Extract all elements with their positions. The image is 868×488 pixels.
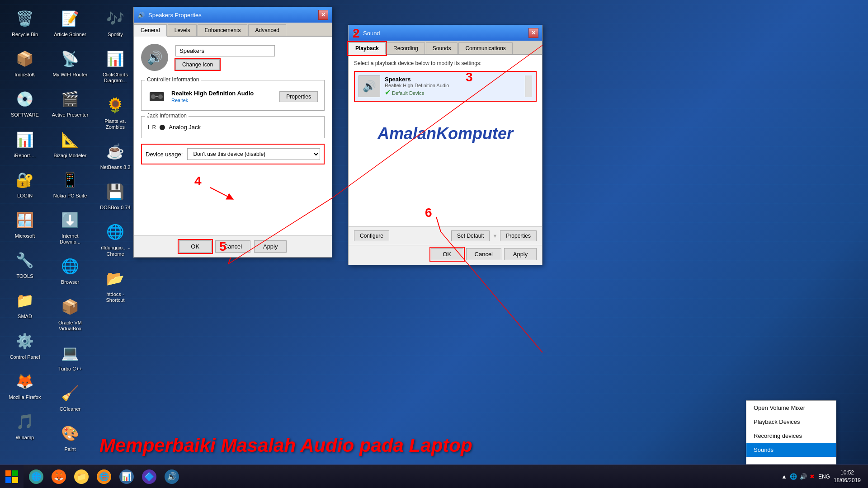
icon-firefox[interactable]: 🦊 Mozilla Firefox [5,367,45,403]
sound-cancel-button[interactable]: Cancel [466,248,501,260]
tab-sounds[interactable]: Sounds [426,42,458,54]
change-icon-button[interactable]: Change Icon [175,59,220,70]
tab-general[interactable]: General [134,24,167,37]
icon-netbeans[interactable]: ☕ NetBeans 8.2 [95,137,136,173]
icon-ccleaner[interactable]: 🧹 CCleaner [50,379,90,415]
menu-item-open-volume-mixer[interactable]: Open Volume Mixer [746,401,836,415]
sound-apply-button[interactable]: Apply [504,248,537,260]
menu-item-sounds[interactable]: Sounds [746,443,836,457]
tray-volume-icon[interactable]: 🔊 [800,473,807,480]
tab-recording[interactable]: Recording [387,42,425,54]
icon-login[interactable]: 🔐 LOGIN [5,166,45,202]
speakers-device-info: Speakers Realtek High Definition Audio ✔… [385,76,520,97]
icon-tools[interactable]: 🔧 TOOLS [5,246,45,282]
icon-paint[interactable]: 🎨 Paint [50,419,90,455]
device-usage-select[interactable]: Don't use this device (disable) Use this… [187,148,320,160]
icon-my-wifi-router[interactable]: 📡 My WIFI Router [50,45,90,80]
speaker-name-input[interactable] [175,45,275,56]
tray-network-icon[interactable]: 🌐 [790,473,797,480]
device-scrollbar[interactable] [525,75,532,97]
tab-advanced[interactable]: Advanced [248,24,286,36]
icon-article-spinner[interactable]: 📝 Article Spinner [50,5,90,40]
clickcharts-icon: 📊 [104,47,127,70]
icon-turbo-cpp[interactable]: 💻 Turbo C++ [50,339,90,375]
tab-enhancements[interactable]: Enhancements [198,24,247,36]
icon-browser[interactable]: 🌐 Browser [50,252,90,288]
icon-oracle-vm[interactable]: 📦 Oracle VM VirtualBox [50,293,90,334]
icon-rfldunggio[interactable]: 🌐 rfldunggio... - Chrome [95,218,136,259]
icon-dosbox[interactable]: 💾 DOSBox 0.74 [95,178,136,213]
default-device-label: Default Device [392,90,425,96]
menu-item-recording-devices[interactable]: Recording devices [746,429,836,443]
speakers-device-name: Speakers [385,76,520,83]
htdocs-label: htdocs - Shortcut [97,291,134,303]
smad-icon: 📁 [14,289,36,312]
bottom-annotation-text: Memperbaiki Masalah Audio pada Laptop [99,435,472,456]
icon-bizagi[interactable]: 📐 Bizagi Modeler [50,126,90,161]
taskbar-icon-app1[interactable]: 📊 [116,465,137,488]
icon-ireport[interactable]: 📊 iReport-... [5,126,45,161]
taskbar-icon-app2[interactable]: 🔷 [138,465,160,488]
taskbar-icon-sound[interactable]: 🔊 [161,465,183,488]
jack-section: Jack Information L R Analog Jack [141,116,325,138]
icon-htdocs[interactable]: 📂 htdocs - Shortcut [95,264,136,306]
titlebar-left: 🔊 Speakers Properties [137,12,202,19]
speakers-device-item[interactable]: 🔊 Speakers Realtek High Definition Audio… [354,71,537,102]
ccleaner-icon: 🧹 [59,382,81,404]
icon-microsoft[interactable]: 🪟 Microsoft [5,206,45,242]
menu-item-volume[interactable] [746,457,836,464]
taskbar-icon-firefox[interactable]: 🦊 [48,465,70,488]
article-spinner-icon: 📝 [59,7,81,30]
icon-control-panel[interactable]: ⚙️ Control Panel [5,327,45,363]
icon-clickcharts[interactable]: 📊 ClickCharts Diagram... [95,45,136,86]
tray-arrow-icon[interactable]: ▲ [781,473,787,480]
taskbar-clock[interactable]: 10:52 18/06/2019 [834,469,861,484]
speaker-props-content: 🔊 Change Icon Controller Information [134,37,332,235]
configure-button[interactable]: Configure [354,230,389,241]
turbo-cpp-icon: 💻 [59,342,81,364]
turbo-cpp-label: Turbo C++ [58,366,82,372]
set-default-button[interactable]: Set Default [451,230,490,241]
tab-levels[interactable]: Levels [168,24,197,36]
icon-spotify[interactable]: 🎶 Spotify [95,5,136,40]
speaker-props-cancel-button[interactable]: Cancel [215,240,250,253]
speaker-props-ok-button[interactable]: OK [179,240,212,253]
icon-nokia[interactable]: 📱 Nokia PC Suite [50,166,90,202]
icon-software[interactable]: 💿 SOFTWARE [5,85,45,121]
sound-ok-button[interactable]: OK [431,248,463,260]
controller-properties-button[interactable]: Properties [279,91,318,102]
speaker-props-close-button[interactable]: ✕ [318,10,328,20]
tab-communications[interactable]: Communications [458,42,512,54]
sound-taskbar-icon: 🔊 [165,469,179,484]
icon-smad[interactable]: 📁 SMAD [5,286,45,322]
oracle-vm-label: Oracle VM VirtualBox [52,320,89,332]
internet-download-label: Internet Downlo... [52,233,89,245]
jack-section-label: Jack Information [145,113,189,119]
dosbox-label: DOSBox 0.74 [100,205,130,211]
winamp-label: Winamp [16,435,34,441]
sound-dialog: 🔊 Sound ✕ Playback Recording Sounds Comm… [348,25,542,265]
speaker-props-apply-button[interactable]: Apply [254,240,287,253]
icon-active-presenter[interactable]: 🎬 Active Presenter [50,85,90,121]
icon-indostok[interactable]: 📦 IndoStoK [5,45,45,80]
speaker-props-tabs: General Levels Enhancements Advanced [134,23,332,37]
icon-recycle-bin[interactable]: 🗑️ Recycle Bin [5,5,45,40]
menu-item-playback-devices[interactable]: Playback Devices [746,415,836,429]
context-menu: Open Volume Mixer Playback Devices Recor… [746,400,836,465]
sound-properties-button[interactable]: Properties [500,230,537,241]
plants-zombies-label: Plants vs. Zombies [97,118,134,130]
icon-internet-download[interactable]: ⬇️ Internet Downlo... [50,206,90,248]
tab-playback[interactable]: Playback [349,42,386,55]
taskbar-icon-chrome[interactable]: 🌐 [25,465,47,488]
controller-link[interactable]: Realtek [171,98,188,103]
icon-winamp[interactable]: 🎵 Winamp [5,408,45,443]
svg-rect-10 [5,470,11,476]
jack-dot [160,125,165,130]
taskbar-icon-explorer[interactable]: 📁 [71,465,92,488]
start-button[interactable] [0,465,24,488]
active-presenter-icon: 🎬 [59,88,81,110]
taskbar-icon-chrome2[interactable]: 🌐 [93,465,115,488]
oracle-vm-icon: 📦 [59,296,81,318]
sound-dialog-close-button[interactable]: ✕ [528,28,538,38]
icon-plants-zombies[interactable]: 🌻 Plants vs. Zombies [95,91,136,133]
